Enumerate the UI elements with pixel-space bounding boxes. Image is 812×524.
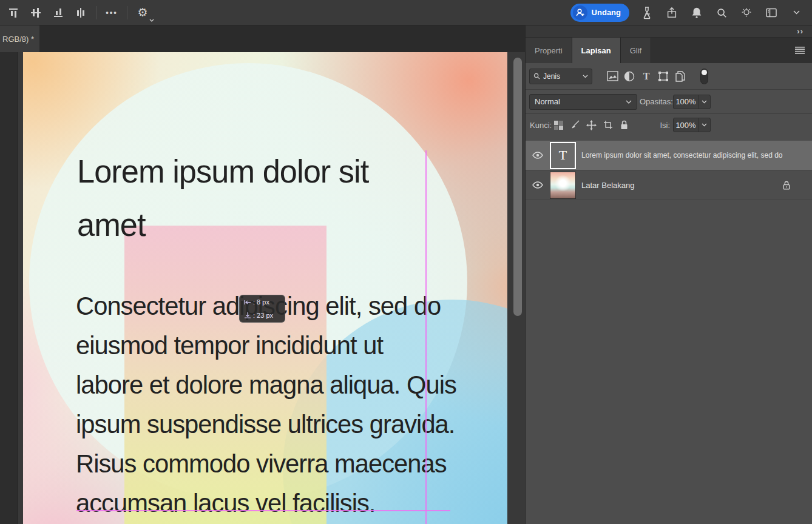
gear-glyph: ⚙	[137, 7, 147, 18]
horizontal-guide[interactable]	[76, 510, 450, 511]
fill-label: Isi:	[647, 121, 670, 130]
discover-lightbulb-icon[interactable]	[739, 5, 754, 20]
blend-row: Normal Opasitas: 100%	[526, 90, 812, 114]
canvas-image[interactable]: Lorem ipsum dolor sit amet Consectetur a…	[23, 52, 507, 524]
vertical-distance-icon	[244, 312, 251, 318]
toolbar-separator	[127, 6, 127, 19]
canvas-area[interactable]: Lorem ipsum dolor sit amet Consectetur a…	[0, 52, 525, 524]
gear-icon[interactable]: ⚙	[135, 5, 150, 20]
heading-line: amet	[77, 198, 368, 251]
layer-row-background[interactable]: Latar Belakang	[526, 170, 812, 200]
align-horizontal-centers-icon[interactable]	[73, 5, 88, 20]
chevron-down-icon	[626, 100, 632, 104]
lock-label: Kunci:	[530, 121, 552, 130]
chevron-down-icon[interactable]	[699, 123, 710, 127]
document-tab-label: RGB/8) *	[2, 35, 34, 44]
search-icon[interactable]	[714, 5, 729, 20]
invite-button[interactable]: Undang	[570, 4, 629, 22]
layer-name: Lorem ipsum dolor sit amet, consectetur …	[581, 151, 812, 160]
blend-mode-value: Normal	[535, 97, 560, 106]
workspace-panel-icon[interactable]	[764, 5, 779, 20]
tab-label: Properti	[535, 46, 563, 55]
tab-label: Glif	[630, 46, 642, 55]
tab-layers[interactable]: Lapisan	[572, 38, 621, 63]
horizontal-distance-value: : 8 px	[253, 298, 269, 306]
opacity-input[interactable]: 100%	[673, 95, 711, 109]
body-line: eiusmod tempor incididunt ut	[76, 326, 456, 365]
filter-row: Jenis T	[526, 63, 812, 90]
panel-menu-icon[interactable]	[795, 47, 805, 54]
collapse-panels-icon[interactable]: ››	[797, 27, 804, 35]
tab-properties[interactable]: Properti	[526, 38, 572, 63]
vertical-scrollbar[interactable]	[513, 58, 522, 316]
filter-type-layers-icon[interactable]: T	[640, 70, 652, 83]
filter-kind-select[interactable]: Jenis	[529, 69, 592, 84]
measurement-tooltip: : 8 px : 23 px	[239, 295, 285, 323]
toolbar-separator	[96, 6, 96, 19]
lock-position-icon[interactable]	[586, 120, 597, 130]
text-layer-thumbnail[interactable]: T	[550, 142, 576, 169]
notifications-bell-icon[interactable]	[689, 5, 704, 20]
chevron-down-icon	[583, 75, 588, 78]
layers-panel: ›› Properti Lapisan Glif	[525, 25, 812, 524]
document-tabbar: RGB/8) *	[0, 25, 525, 52]
blend-mode-select[interactable]: Normal	[529, 94, 637, 110]
document-tab[interactable]: RGB/8) *	[0, 25, 39, 52]
document-area: RGB/8) * Lorem ipsum dolor sit amet Cons…	[0, 25, 525, 524]
panel-tabs: Properti Lapisan Glif	[526, 38, 812, 63]
filter-kind-value: Jenis	[543, 72, 560, 81]
body-line: accumsan lacus vel facilisis.	[76, 483, 456, 523]
fill-value: 100%	[674, 121, 698, 130]
artwork-heading: Lorem ipsum dolor sit amet	[77, 144, 368, 251]
filter-pixel-layers-icon[interactable]	[606, 70, 618, 83]
beta-flask-icon[interactable]	[640, 5, 654, 20]
layer-row-text[interactable]: T Lorem ipsum dolor sit amet, consectetu…	[526, 141, 812, 170]
filter-shape-layers-icon[interactable]	[657, 70, 669, 83]
tab-label: Lapisan	[581, 46, 611, 55]
tools-edge-strip	[0, 52, 18, 524]
lock-artboard-icon[interactable]	[603, 120, 613, 130]
panel-header-strip: ››	[526, 25, 812, 38]
filtering-toggle[interactable]	[700, 69, 708, 84]
lock-row: Kunci:	[526, 114, 812, 136]
body-line: Risus commodo viverra maecenas	[76, 444, 456, 483]
vertical-guide[interactable]	[425, 150, 427, 524]
more-options-icon[interactable]: •••	[104, 5, 119, 20]
search-icon	[533, 73, 540, 79]
layers-list: T Lorem ipsum dolor sit amet, consectetu…	[526, 141, 812, 524]
lock-transparency-icon[interactable]	[553, 120, 564, 130]
options-toolbar: ••• ⚙ Undang	[0, 0, 812, 25]
lock-all-icon[interactable]	[619, 120, 629, 130]
add-user-avatar-icon	[573, 5, 587, 20]
chevron-down-icon[interactable]	[699, 100, 710, 104]
gear-caret-icon	[149, 19, 154, 22]
opacity-value: 100%	[674, 97, 698, 106]
visibility-eye-icon[interactable]	[526, 152, 550, 159]
invite-label: Undang	[592, 8, 621, 17]
body-line: labore et dolore magna aliqua. Quis	[76, 365, 456, 405]
tab-glyphs[interactable]: Glif	[621, 38, 652, 63]
filter-adjustment-layers-icon[interactable]	[623, 70, 635, 83]
share-icon[interactable]	[665, 5, 679, 20]
lock-pixels-brush-icon[interactable]	[570, 120, 580, 130]
layer-locked-icon[interactable]	[783, 181, 790, 190]
visibility-eye-icon[interactable]	[526, 181, 550, 189]
distribute-vertical-centers-icon[interactable]	[29, 5, 43, 20]
background-layer-thumbnail[interactable]	[550, 172, 576, 199]
opacity-label: Opasitas:	[640, 97, 671, 106]
align-top-edges-icon[interactable]	[6, 5, 21, 20]
align-bottom-edges-icon[interactable]	[51, 5, 66, 20]
photoshop-window: ••• ⚙ Undang	[0, 0, 812, 524]
toggle-knob	[702, 70, 707, 75]
chevron-down-icon[interactable]	[789, 5, 804, 20]
body-line: ipsum suspendisse ultrices gravida.	[76, 405, 456, 444]
vertical-distance-value: : 23 px	[253, 312, 273, 319]
layer-name: Latar Belakang	[581, 181, 783, 190]
horizontal-distance-icon	[244, 300, 251, 305]
heading-line: Lorem ipsum dolor sit	[77, 144, 368, 198]
fill-input[interactable]: 100%	[673, 118, 711, 132]
filter-smart-objects-icon[interactable]	[674, 70, 686, 83]
